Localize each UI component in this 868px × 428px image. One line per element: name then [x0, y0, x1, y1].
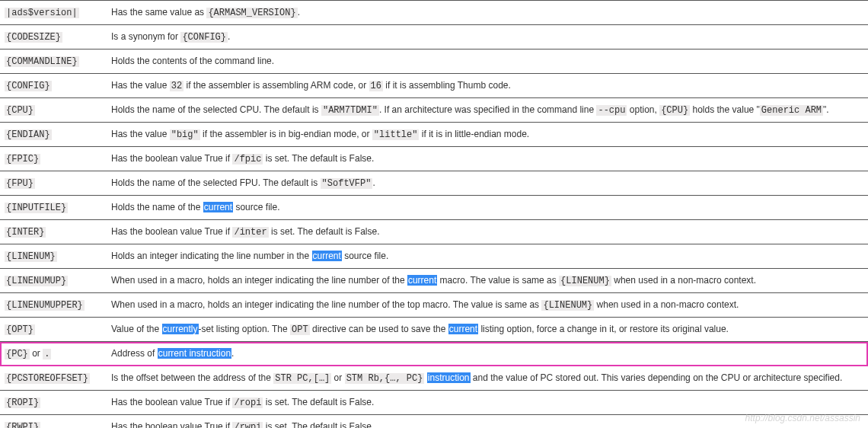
description-cell: Has the boolean value True if /rwpi is s…: [107, 415, 868, 429]
variable-cell: {CONFIG}: [0, 74, 107, 98]
table-row: {COMMANDLINE}Holds the contents of the c…: [0, 50, 868, 74]
description-cell: Has the same value as {ARMASM_VERSION}.: [107, 1, 868, 25]
description-cell: Holds the name of the selected FPU. The …: [107, 171, 868, 196]
description-cell: Has the boolean value True if /fpic is s…: [107, 147, 868, 171]
predefined-variables-table: |ads$version|Has the same value as {ARMA…: [0, 0, 868, 428]
variable-cell: {CODESIZE}: [0, 25, 107, 50]
variable-cell: {INPUTFILE}: [0, 196, 107, 220]
description-cell: Has the value "big" if the assembler is …: [107, 123, 868, 147]
variable-cell: {FPU}: [0, 171, 107, 196]
variable-cell: {LINENUMUP}: [0, 269, 107, 293]
description-cell: Holds the name of the current source fil…: [107, 196, 868, 220]
variable-cell: {LINENUM}: [0, 244, 107, 269]
table-row: {PCSTOREOFFSET}Is the offset between the…: [0, 366, 868, 391]
table-row: {FPU}Holds the name of the selected FPU.…: [0, 171, 868, 196]
table-row: {PC} or .Address of current instruction.: [0, 342, 868, 366]
table-row: {LINENUMUPPER}When used in a macro, hold…: [0, 293, 868, 318]
table-row: {ENDIAN}Has the value "big" if the assem…: [0, 123, 868, 147]
variable-cell: {COMMANDLINE}: [0, 50, 107, 74]
table-row: |ads$version|Has the same value as {ARMA…: [0, 1, 868, 25]
description-cell: Is a synonym for {CONFIG}.: [107, 25, 868, 50]
description-cell: When used in a macro, holds an integer i…: [107, 269, 868, 293]
table-row: {FPIC}Has the boolean value True if /fpi…: [0, 147, 868, 171]
description-cell: Has the value 32 if the assembler is ass…: [107, 74, 868, 98]
table-row: {LINENUM}Holds an integer indicating the…: [0, 244, 868, 269]
variable-cell: {RWPI}: [0, 415, 107, 429]
table-row: {CPU}Holds the name of the selected CPU.…: [0, 98, 868, 123]
variable-cell: {INTER}: [0, 220, 107, 244]
description-cell: Address of current instruction.: [107, 342, 868, 366]
variable-cell: {PC} or .: [0, 342, 107, 366]
variable-cell: {ENDIAN}: [0, 123, 107, 147]
description-cell: When used in a macro, holds an integer i…: [107, 293, 868, 318]
table-row: {INPUTFILE}Holds the name of the current…: [0, 196, 868, 220]
variable-cell: {CPU}: [0, 98, 107, 123]
table-row: {CODESIZE}Is a synonym for {CONFIG}.: [0, 25, 868, 50]
table-row: {RWPI}Has the boolean value True if /rwp…: [0, 415, 868, 429]
description-cell: Has the boolean value True if /inter is …: [107, 220, 868, 244]
description-cell: Holds the contents of the command line.: [107, 50, 868, 74]
variable-cell: {LINENUMUPPER}: [0, 293, 107, 318]
variable-cell: {ROPI}: [0, 391, 107, 415]
table-row: {INTER}Has the boolean value True if /in…: [0, 220, 868, 244]
table-row: {CONFIG}Has the value 32 if the assemble…: [0, 74, 868, 98]
variable-cell: |ads$version|: [0, 1, 107, 25]
table-row: {OPT}Value of the currently-set listing …: [0, 318, 868, 342]
variable-cell: {FPIC}: [0, 147, 107, 171]
description-cell: Holds the name of the selected CPU. The …: [107, 98, 868, 123]
table-row: {LINENUMUP}When used in a macro, holds a…: [0, 269, 868, 293]
table-row: {ROPI}Has the boolean value True if /rop…: [0, 391, 868, 415]
variable-cell: {PCSTOREOFFSET}: [0, 366, 107, 391]
description-cell: Has the boolean value True if /ropi is s…: [107, 391, 868, 415]
description-cell: Holds an integer indicating the line num…: [107, 244, 868, 269]
description-cell: Is the offset between the address of the…: [107, 366, 868, 391]
description-cell: Value of the currently-set listing optio…: [107, 318, 868, 342]
variable-cell: {OPT}: [0, 318, 107, 342]
